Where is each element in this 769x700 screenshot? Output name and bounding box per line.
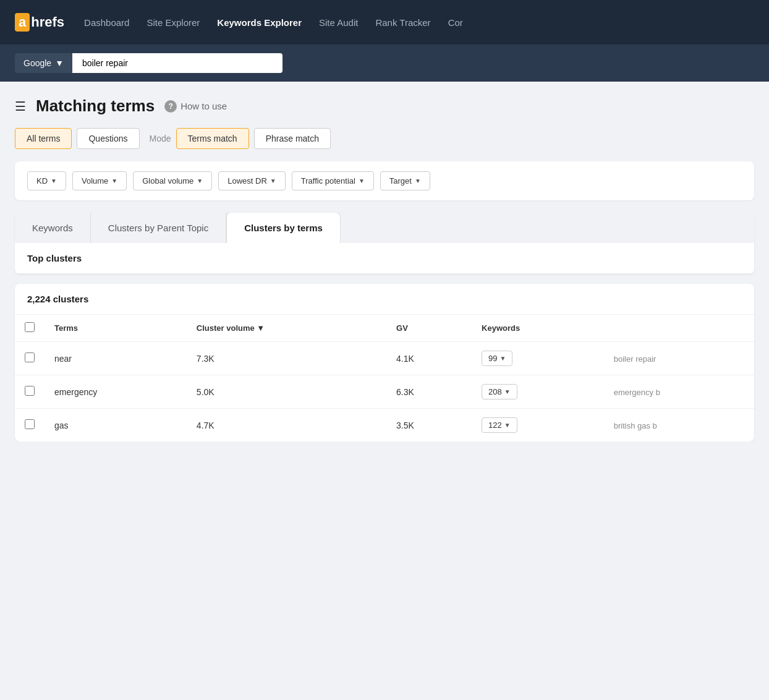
filter-lowest-dr-chevron: ▼ xyxy=(270,177,276,184)
keywords-count: 99 xyxy=(488,354,497,363)
col-gv: GV xyxy=(386,315,472,342)
keywords-preview-cell: emergency b xyxy=(604,375,754,409)
filter-volume-chevron: ▼ xyxy=(111,177,117,184)
main-content: ☰ Matching terms ? How to use All terms … xyxy=(0,82,769,442)
filter-lowest-dr-label: Lowest DR xyxy=(227,176,267,186)
clusters-count: 2,224 clusters xyxy=(15,284,754,315)
select-all-checkbox[interactable] xyxy=(25,322,35,332)
keywords-preview: emergency b xyxy=(614,388,660,397)
filter-kd[interactable]: KD ▼ xyxy=(27,171,66,190)
table-row: emergency 5.0K 6.3K 208 ▼ emergency b xyxy=(15,375,754,409)
tab-clusters-by-terms[interactable]: Clusters by terms xyxy=(226,213,341,243)
col-keywords: Keywords xyxy=(472,315,604,342)
filter-target[interactable]: Target ▼ xyxy=(380,171,430,190)
cluster-volume-cell: 5.0K xyxy=(187,375,386,409)
nav-link-rank-tracker[interactable]: Rank Tracker xyxy=(375,17,430,28)
filter-volume[interactable]: Volume ▼ xyxy=(72,171,127,190)
filter-traffic-potential-chevron: ▼ xyxy=(359,177,365,184)
keywords-badge-cell: 122 ▼ xyxy=(472,409,604,442)
keywords-count: 208 xyxy=(488,387,502,396)
keywords-preview-cell: british gas b xyxy=(604,409,754,442)
filter-global-volume-label: Global volume xyxy=(142,176,193,186)
keywords-badge[interactable]: 122 ▼ xyxy=(482,417,517,433)
term-cell: gas xyxy=(45,409,187,442)
row-checkbox[interactable] xyxy=(25,419,35,429)
nav-link-cor[interactable]: Cor xyxy=(448,17,463,28)
keywords-preview: boiler repair xyxy=(614,354,656,364)
term-cell: emergency xyxy=(45,375,187,409)
keywords-badge-cell: 99 ▼ xyxy=(472,342,604,375)
mode-label: Mode xyxy=(150,134,171,143)
keywords-chevron: ▼ xyxy=(504,422,511,429)
nav-link-keywords-explorer[interactable]: Keywords Explorer xyxy=(217,17,302,28)
tab-terms-match[interactable]: Terms match xyxy=(176,128,249,149)
term-cell: near xyxy=(45,342,187,375)
filter-lowest-dr[interactable]: Lowest DR ▼ xyxy=(218,171,285,190)
row-checkbox-cell xyxy=(15,375,45,409)
row-checkbox-cell xyxy=(15,409,45,442)
tab-keywords[interactable]: Keywords xyxy=(15,213,91,243)
filter-traffic-potential-label: Traffic potential xyxy=(301,176,355,186)
keywords-badge[interactable]: 208 ▼ xyxy=(482,384,517,399)
cluster-volume-cell: 4.7K xyxy=(187,409,386,442)
gv-cell: 4.1K xyxy=(386,342,472,375)
filter-kd-chevron: ▼ xyxy=(51,177,57,184)
keywords-chevron: ▼ xyxy=(504,388,511,395)
col-terms: Terms xyxy=(45,315,187,342)
search-bar: Google ▼ xyxy=(0,45,769,82)
filter-global-volume[interactable]: Global volume ▼ xyxy=(133,171,212,190)
row-checkbox-cell xyxy=(15,342,45,375)
search-engine-chevron: ▼ xyxy=(55,58,64,68)
keywords-count: 122 xyxy=(488,420,502,430)
nav-links: Dashboard Site Explorer Keywords Explore… xyxy=(84,17,463,28)
search-engine-button[interactable]: Google ▼ xyxy=(15,53,72,73)
how-to-use-label: How to use xyxy=(181,101,227,111)
col-checkbox xyxy=(15,315,45,342)
tab-clusters-parent-topic[interactable]: Clusters by Parent Topic xyxy=(91,213,226,243)
keywords-badge-cell: 208 ▼ xyxy=(472,375,604,409)
filter-traffic-potential[interactable]: Traffic potential ▼ xyxy=(292,171,374,190)
keywords-badge[interactable]: 99 ▼ xyxy=(482,351,512,366)
keywords-preview: british gas b xyxy=(614,421,657,430)
row-checkbox[interactable] xyxy=(25,386,35,396)
table-header-row: Terms Cluster volume ▼ GV Keywords xyxy=(15,315,754,342)
clusters-section: 2,224 clusters Terms Cluster volume ▼ GV… xyxy=(15,284,754,442)
cluster-volume-cell: 7.3K xyxy=(187,342,386,375)
col-keywords-preview xyxy=(604,315,754,342)
content-card: Keywords Clusters by Parent Topic Cluste… xyxy=(15,213,754,274)
tab-questions[interactable]: Questions xyxy=(77,128,139,149)
row-checkbox[interactable] xyxy=(25,352,35,362)
filter-target-chevron: ▼ xyxy=(415,177,421,184)
help-icon: ? xyxy=(164,100,177,113)
nav-link-dashboard[interactable]: Dashboard xyxy=(84,17,129,28)
filter-global-volume-chevron: ▼ xyxy=(197,177,203,184)
logo-hrefs: hrefs xyxy=(31,14,64,30)
tab-all-terms[interactable]: All terms xyxy=(15,128,72,149)
nav-link-site-audit[interactable]: Site Audit xyxy=(319,17,358,28)
how-to-use-link[interactable]: ? How to use xyxy=(164,100,227,113)
page-title: Matching terms xyxy=(36,96,155,116)
table-row: near 7.3K 4.1K 99 ▼ boiler repair xyxy=(15,342,754,375)
search-input[interactable] xyxy=(72,53,283,73)
view-tabs: Keywords Clusters by Parent Topic Cluste… xyxy=(15,213,754,243)
top-clusters-header: Top clusters xyxy=(15,243,754,274)
hamburger-icon[interactable]: ☰ xyxy=(15,99,26,114)
filter-target-label: Target xyxy=(389,176,412,186)
filter-card: KD ▼ Volume ▼ Global volume ▼ Lowest DR … xyxy=(15,161,754,200)
filter-kd-label: KD xyxy=(36,176,48,186)
gv-cell: 3.5K xyxy=(386,409,472,442)
filter-volume-label: Volume xyxy=(82,176,108,186)
col-cluster-volume[interactable]: Cluster volume ▼ xyxy=(187,315,386,342)
gv-cell: 6.3K xyxy=(386,375,472,409)
navbar: a hrefs Dashboard Site Explorer Keywords… xyxy=(0,0,769,45)
logo-a: a xyxy=(15,13,30,32)
table-row: gas 4.7K 3.5K 122 ▼ british gas b xyxy=(15,409,754,442)
logo: a hrefs xyxy=(15,13,64,32)
keywords-chevron: ▼ xyxy=(500,355,506,362)
data-table: Terms Cluster volume ▼ GV Keywords near … xyxy=(15,315,754,442)
tab-phrase-match[interactable]: Phrase match xyxy=(254,128,331,149)
nav-link-site-explorer[interactable]: Site Explorer xyxy=(147,17,200,28)
page-header: ☰ Matching terms ? How to use xyxy=(15,96,754,116)
search-engine-label: Google xyxy=(23,58,51,68)
keywords-preview-cell: boiler repair xyxy=(604,342,754,375)
